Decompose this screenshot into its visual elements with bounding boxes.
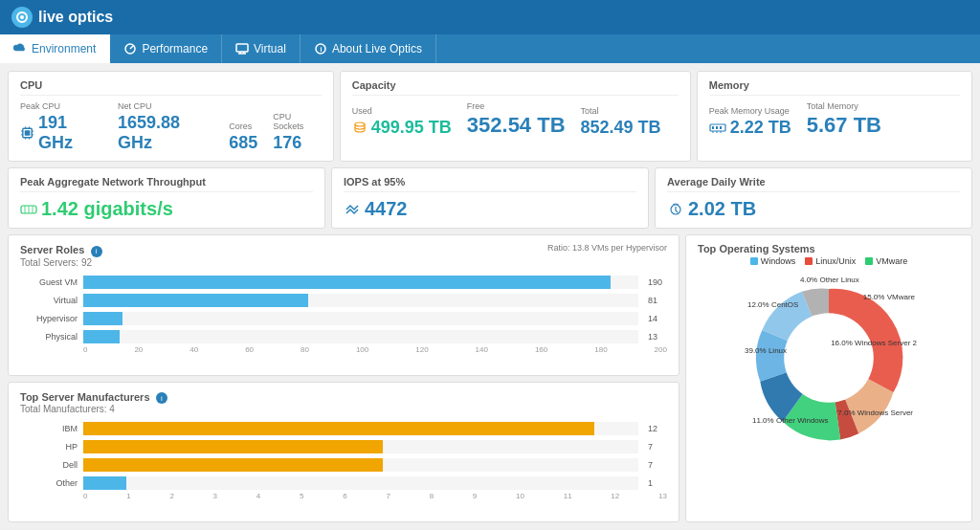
logo-icon <box>11 7 33 28</box>
cloud-icon <box>13 42 27 55</box>
svg-point-20 <box>355 122 365 126</box>
donut-label-centos: 12.0% CentOS <box>747 300 798 309</box>
network-card: Peak Aggregate Network Throughput 1.42 g… <box>8 167 325 229</box>
cpu-metric-0: Peak CPU 191 GHz <box>20 101 102 153</box>
sockets-value: 176 <box>273 133 322 153</box>
top-metrics-row: CPU Peak CPU 191 GHz Net CPU 1659.88 GHz… <box>8 71 972 162</box>
bar-row-other-mfr: Other 1 <box>20 476 667 490</box>
bar-value-ibm: 12 <box>648 424 667 433</box>
write-icon <box>667 203 684 216</box>
bar-row-dell: Dell 7 <box>20 458 667 472</box>
legend-vmware: VMware <box>865 256 907 266</box>
server-roles-title: Server Roles <box>20 244 84 255</box>
bar-label-ibm: IBM <box>20 424 78 433</box>
bar-container-dell <box>83 458 638 472</box>
manufacturers-title: Top Server Manufacturers <box>20 391 150 403</box>
main-content: CPU Peak CPU 191 GHz Net CPU 1659.88 GHz… <box>0 63 980 530</box>
bar-row-hypervisor: Hypervisor 14 <box>20 312 667 325</box>
top-os-title: Top Operating Systems <box>698 243 960 254</box>
header: live optics <box>0 0 980 34</box>
total-mem-value: 5.67 TB <box>807 113 881 138</box>
svg-text:i: i <box>320 46 322 53</box>
bar-label-dell: Dell <box>20 460 78 470</box>
net-cpu-label: Net CPU <box>118 101 213 111</box>
memory-title: Memory <box>709 79 960 96</box>
svg-rect-4 <box>236 44 248 52</box>
bar-row-guest-vm: Guest VM 190 <box>20 276 667 289</box>
bar-container-hp <box>83 440 638 453</box>
bar-row-physical: Physical 13 <box>20 330 667 343</box>
server-roles-panel: Server Roles i Total Servers: 92 Ratio: … <box>8 234 679 376</box>
avg-write-value: 2.02 TB <box>667 198 960 220</box>
bar-fill-dell <box>83 458 383 472</box>
bar-container-hypervisor <box>83 312 638 325</box>
db-icon <box>352 121 368 136</box>
nav-item-environment[interactable]: Environment <box>0 34 110 63</box>
server-roles-ratio: Ratio: 13.8 VMs per Hypervisor <box>547 243 667 276</box>
manufacturers-info-icon[interactable]: i <box>156 392 167 404</box>
nav-item-about[interactable]: i About Live Optics <box>301 34 436 63</box>
nav-item-performance[interactable]: Performance <box>110 34 222 63</box>
logo: live optics <box>11 7 113 28</box>
nav-about-label: About Live Optics <box>332 42 422 55</box>
donut-chart-container: 39.0% Linux 12.0% CentOS 4.0% Other Linu… <box>743 272 915 444</box>
avg-write-card: Average Daily Write 2.02 TB <box>655 167 972 229</box>
nav-item-virtual[interactable]: Virtual <box>222 34 301 63</box>
server-roles-subtitle: Total Servers: 92 <box>20 257 102 268</box>
donut-labels: 39.0% Linux 12.0% CentOS 4.0% Other Linu… <box>743 272 915 444</box>
bar-label-physical: Physical <box>20 332 78 342</box>
server-roles-chart: Guest VM 190 Virtual 81 Hy <box>20 276 667 343</box>
bar-label-guest-vm: Guest VM <box>20 277 78 287</box>
manufacturers-axis: 012345678910111213 <box>83 492 667 500</box>
legend-label-linux: Linux/Unix <box>815 256 856 266</box>
cpu-title: CPU <box>20 79 322 96</box>
network-value: 1.42 gigabits/s <box>20 198 313 220</box>
manufacturers-subtitle: Total Manufacturers: 4 <box>20 404 667 414</box>
donut-label-ws2: 16.0% Windows Server 2 <box>831 339 917 347</box>
server-roles-axis: 020406080100120140160180200 <box>83 345 667 354</box>
iops-icon <box>344 203 361 216</box>
bar-value-other-mfr: 1 <box>648 478 667 488</box>
bar-value-hypervisor: 14 <box>648 314 667 323</box>
iops-value: 4472 <box>344 198 636 220</box>
server-roles-info-icon[interactable]: i <box>91 246 102 257</box>
iops-title: IOPS at 95% <box>344 176 636 192</box>
svg-rect-22 <box>712 126 714 129</box>
avg-write-title: Average Daily Write <box>667 176 960 192</box>
network-title: Peak Aggregate Network Throughput <box>20 176 313 192</box>
bar-fill-physical <box>83 330 120 343</box>
bar-fill-hypervisor <box>83 312 122 325</box>
nav-environment-label: Environment <box>32 42 96 55</box>
nav-bar: Environment Performance Virtual i About … <box>0 34 980 63</box>
bar-label-virtual: Virtual <box>20 296 78 305</box>
memory-total: Total Memory 5.67 TB <box>807 101 881 138</box>
legend-label-windows: Windows <box>761 256 796 266</box>
sockets-label: CPU Sockets <box>273 112 322 131</box>
net-cpu-value: 1659.88 GHz <box>118 113 213 153</box>
cpu-metric-1: Net CPU 1659.88 GHz <box>118 101 213 153</box>
memory-metrics: Peak Memory Usage 2.22 TB Total Memory 5… <box>709 101 960 138</box>
svg-rect-23 <box>716 126 718 129</box>
ram-icon <box>709 122 726 134</box>
bar-value-dell: 7 <box>648 460 667 470</box>
cpu-metric-2: Cores 685 <box>229 121 257 153</box>
bar-fill-other-mfr <box>83 476 126 490</box>
network-icon <box>20 203 37 216</box>
svg-line-3 <box>130 46 133 49</box>
capacity-metrics: Used 499.95 TB Free 352.54 TB Total 852.… <box>352 101 679 138</box>
donut-label-other-linux: 4.0% Other Linux <box>800 276 859 284</box>
bar-value-virtual: 81 <box>648 296 667 305</box>
peak-cpu-value: 191 GHz <box>20 113 102 153</box>
legend-label-vmware: VMware <box>876 256 907 266</box>
bar-label-other-mfr: Other <box>20 478 78 488</box>
legend-dot-vmware <box>865 257 873 265</box>
bar-row-virtual: Virtual 81 <box>20 294 667 307</box>
bar-label-hypervisor: Hypervisor <box>20 314 78 323</box>
logo-svg <box>15 11 29 24</box>
free-value: 352.54 TB <box>467 113 566 138</box>
bar-fill-guest-vm <box>83 276 611 289</box>
left-charts: Server Roles i Total Servers: 92 Ratio: … <box>8 234 679 522</box>
bar-fill-hp <box>83 440 383 453</box>
capacity-total: Total 852.49 TB <box>581 106 661 138</box>
bar-row-ibm: IBM 12 <box>20 422 667 435</box>
